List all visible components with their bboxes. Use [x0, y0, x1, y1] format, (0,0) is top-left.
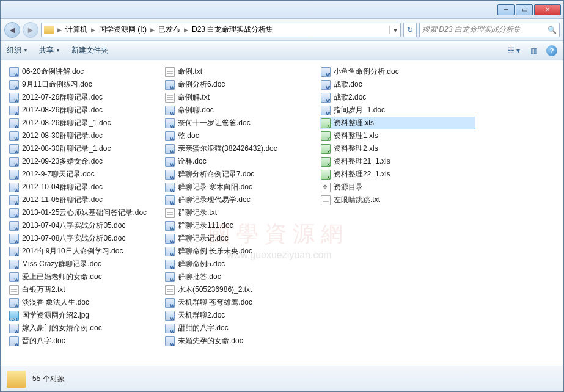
file-name: 未婚先孕的女命.doc: [178, 336, 243, 346]
chevron-right-icon[interactable]: ▶: [183, 27, 189, 33]
file-name: 资料整理.xls: [334, 118, 374, 128]
file-item[interactable]: 战歌.doc: [320, 78, 475, 91]
file-item[interactable]: 命例解.txt: [164, 91, 320, 104]
file-item[interactable]: 群聊命例 长乐未央.doc: [164, 245, 320, 258]
file-name: Miss Crazy群聊记录.doc: [22, 259, 101, 269]
file-item[interactable]: 指间岁月_1.doc: [320, 104, 475, 117]
doc-file-icon: [165, 221, 175, 231]
breadcrumb-dropdown-icon[interactable]: ▾: [389, 26, 400, 34]
file-item[interactable]: 群聊记录.txt: [164, 206, 320, 219]
file-name: 指间岁月_1.doc: [334, 105, 385, 115]
view-options-button[interactable]: ☷ ▾: [507, 45, 521, 56]
file-item[interactable]: 诠释.doc: [164, 155, 320, 168]
file-item[interactable]: 白银万两2.txt: [8, 283, 164, 296]
refresh-button[interactable]: ↻: [403, 23, 417, 37]
file-item[interactable]: 命例分析6.doc: [164, 78, 320, 91]
txt-file-icon: [165, 93, 175, 103]
file-name: 乾.doc: [178, 131, 199, 141]
crumb-published[interactable]: 已发布: [156, 24, 183, 35]
file-item[interactable]: 奈何十一岁让爸爸.doc: [164, 117, 320, 129]
file-item[interactable]: 2013-07-08八字实战分析06.doc: [8, 232, 164, 245]
chevron-down-icon: ▼: [56, 48, 60, 53]
close-button[interactable]: ✕: [534, 4, 561, 15]
crumb-computer[interactable]: 计算机: [63, 24, 90, 35]
doc-file-icon: [9, 221, 19, 231]
file-item[interactable]: 天机群聊2.doc: [164, 309, 320, 322]
chevron-right-icon[interactable]: ▶: [56, 27, 63, 33]
search-input[interactable]: 搜索 D23 白龙命理实战分析集 🔍: [419, 23, 560, 37]
doc-file-icon: [165, 324, 175, 333]
file-item[interactable]: 天机群聊 苍穹雄鹰.doc: [164, 296, 320, 309]
file-item[interactable]: 群聊记录记.doc: [164, 232, 320, 245]
doc-file-icon: [9, 93, 19, 103]
file-item[interactable]: 甜甜的八字.doc: [164, 322, 320, 335]
file-item[interactable]: 未婚先孕的女命.doc: [164, 335, 320, 347]
file-item[interactable]: 群聊记录现代易学.doc: [164, 194, 320, 206]
file-item[interactable]: 资源目录: [320, 181, 475, 194]
file-item[interactable]: 群聊命例5.doc: [164, 258, 320, 270]
file-item[interactable]: 群聊分析命例记录7.doc: [164, 168, 320, 181]
txt-file-icon: [165, 67, 175, 77]
forward-button[interactable]: ►: [23, 22, 38, 38]
maximize-button[interactable]: ▭: [516, 4, 533, 15]
file-item[interactable]: 资料整理22_1.xls: [320, 168, 475, 181]
file-item[interactable]: 资料整理2.xls: [320, 142, 475, 155]
file-item[interactable]: 群聊批答.doc: [164, 270, 320, 283]
help-button[interactable]: ?: [546, 45, 557, 56]
file-item[interactable]: 国学资源网介绍2.jpg: [8, 309, 164, 322]
file-name: 天机群聊 苍穹雄鹰.doc: [178, 297, 252, 308]
file-item[interactable]: 小鱼鱼命例分析.doc: [320, 65, 475, 78]
file-item[interactable]: 资料整理1.xls: [320, 129, 475, 142]
file-item[interactable]: 2013-07-04八字实战分析05.doc: [8, 219, 164, 232]
file-item[interactable]: 2012-11-05群聊记录.doc: [8, 194, 164, 206]
file-item[interactable]: 爱上已婚老师的女命.doc: [8, 270, 164, 283]
back-button[interactable]: ◄: [4, 22, 20, 38]
file-item[interactable]: 资料整理21_1.xls: [320, 155, 475, 168]
file-item[interactable]: 2012-08-30群聊记录_1.doc: [8, 142, 164, 155]
preview-pane-button[interactable]: ▥: [527, 45, 540, 56]
new-folder-button[interactable]: 新建文件夹: [71, 45, 108, 56]
file-item[interactable]: 2012-08-26群聊记录.doc: [8, 104, 164, 117]
minimize-button[interactable]: ─: [497, 4, 515, 15]
file-item[interactable]: 晋的八字.doc: [8, 335, 164, 347]
file-item[interactable]: 淡淡香 象法人生.doc: [8, 296, 164, 309]
file-item[interactable]: 9月11日命例练习.doc: [8, 78, 164, 91]
xls-file-icon: [321, 131, 331, 141]
file-name: 群聊记录现代易学.doc: [178, 195, 251, 205]
share-button[interactable]: 共享▼: [39, 45, 60, 56]
file-item[interactable]: 2012-08-30群聊记录.doc: [8, 129, 164, 142]
file-item[interactable]: 2012-9-7聊天记录.doc: [8, 168, 164, 181]
file-name: 2013-07-08八字实战分析06.doc: [22, 233, 125, 244]
file-name: 嫁入豪门的女婿命例.doc: [22, 323, 102, 333]
chevron-right-icon[interactable]: ▶: [90, 27, 97, 33]
crumb-drive[interactable]: 国学资源网 (I:): [97, 24, 149, 35]
file-item[interactable]: 06-20命例讲解.doc: [8, 65, 164, 78]
file-item[interactable]: 2012-08-26群聊记录_1.doc: [8, 117, 164, 129]
file-item[interactable]: 资料整理.xls: [320, 117, 475, 129]
file-item[interactable]: 水木(505236986)_2.txt: [164, 283, 320, 296]
file-item[interactable]: 2012-09-23多婚女命.doc: [8, 155, 164, 168]
chevron-right-icon[interactable]: ▶: [149, 27, 156, 33]
crumb-current[interactable]: D23 白龙命理实战分析集: [189, 24, 276, 35]
file-item[interactable]: 乾.doc: [164, 129, 320, 142]
file-column: 命例.txt命例分析6.doc命例解.txt命例聊.doc奈何十一岁让爸爸.do…: [164, 65, 320, 361]
file-item[interactable]: 2012-10-04群聊记录.doc: [8, 181, 164, 194]
file-item[interactable]: 群聊记录 寒木向阳.doc: [164, 181, 320, 194]
file-name: 2012-08-26群聊记录_1.doc: [22, 118, 111, 128]
file-item[interactable]: 群聊记录111.doc: [164, 219, 320, 232]
breadcrumb[interactable]: ▶ 计算机 ▶ 国学资源网 (I:) ▶ 已发布 ▶ D23 白龙命理实战分析集…: [41, 23, 401, 37]
file-item[interactable]: 2014年9月10日人命例学习.doc: [8, 245, 164, 258]
file-item[interactable]: 战歌2.doc: [320, 91, 475, 104]
file-item[interactable]: Miss Crazy群聊记录.doc: [8, 258, 164, 270]
file-item[interactable]: 嫁入豪门的女婿命例.doc: [8, 322, 164, 335]
file-item[interactable]: 2013-01-25云心师妹基础问答记录.doc: [8, 206, 164, 219]
organize-button[interactable]: 组织▼: [7, 45, 28, 56]
file-item[interactable]: 左眼睛跳跳.txt: [320, 194, 475, 206]
file-name: 群聊记录 寒木向阳.doc: [178, 182, 252, 192]
file-item[interactable]: 命例.txt: [164, 65, 320, 78]
file-item[interactable]: 命例聊.doc: [164, 104, 320, 117]
file-item[interactable]: 2012-07-26群聊记录.doc: [8, 91, 164, 104]
status-text: 55 个对象: [32, 374, 65, 384]
doc-file-icon: [9, 183, 19, 192]
file-item[interactable]: 亲亲蜜尔浪猫(382426432).doc: [164, 142, 320, 155]
